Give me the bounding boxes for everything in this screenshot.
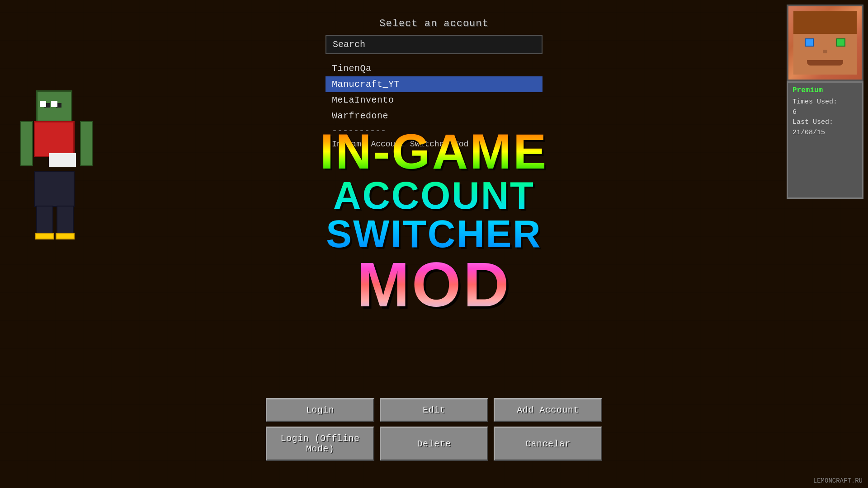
account-item-melainvento[interactable]: MeLaInvento bbox=[326, 92, 542, 108]
info-box: Premium Times Used: 6 Last Used: 21/08/1… bbox=[787, 81, 863, 199]
skin-arm-left bbox=[20, 121, 33, 166]
select-title: Select an account bbox=[379, 18, 488, 29]
logo-line1: IN-GAME bbox=[231, 127, 637, 176]
button-row-2: Login (Offline Mode) Delete Cancelar bbox=[266, 427, 602, 461]
skin-leg-right bbox=[57, 206, 74, 235]
times-used-label: Times Used: 6 Last Used: 21/08/15 bbox=[793, 97, 858, 138]
button-row-1: Login Edit Add Account bbox=[266, 398, 602, 422]
login-offline-button[interactable]: Login (Offline Mode) bbox=[266, 427, 374, 461]
avatar-face bbox=[793, 11, 857, 75]
face-eye-left bbox=[805, 38, 814, 47]
skin-head bbox=[36, 90, 72, 122]
search-input[interactable] bbox=[326, 35, 542, 54]
account-item-warfredone[interactable]: Warfredone bbox=[326, 108, 542, 124]
face-eye-right bbox=[836, 38, 845, 47]
add-account-button[interactable]: Add Account bbox=[494, 398, 602, 422]
skin-shirt bbox=[34, 121, 75, 157]
account-item-manucraft[interactable]: Manucraft_YT bbox=[326, 76, 542, 92]
buttons-area: Login Edit Add Account Login (Offline Mo… bbox=[266, 398, 602, 461]
times-used-value: 6 bbox=[793, 108, 797, 116]
cancel-button[interactable]: Cancelar bbox=[494, 427, 602, 461]
skin-pants bbox=[34, 171, 75, 207]
logo-line3: MOD bbox=[231, 253, 637, 316]
last-used-value: 21/08/15 bbox=[793, 129, 825, 136]
account-item-tinenqa[interactable]: TinenQa bbox=[326, 61, 542, 76]
avatar-box bbox=[787, 5, 863, 81]
face-hair bbox=[793, 11, 857, 34]
face-mouth bbox=[807, 60, 843, 66]
skin-shoe-right bbox=[56, 233, 75, 239]
premium-panel: Premium Times Used: 6 Last Used: 21/08/1… bbox=[787, 5, 863, 199]
edit-button[interactable]: Edit bbox=[380, 398, 488, 422]
skin-leg-left bbox=[36, 206, 53, 235]
login-button[interactable]: Login bbox=[266, 398, 374, 422]
skin-collar bbox=[49, 153, 76, 167]
premium-label: Premium bbox=[793, 86, 858, 94]
skin-arm-right bbox=[80, 121, 93, 166]
skin-shoe-left bbox=[35, 233, 54, 239]
delete-button[interactable]: Delete bbox=[380, 427, 488, 461]
skin-eyes bbox=[44, 103, 50, 108]
face-nose bbox=[823, 50, 827, 53]
logo-line2: ACCOUNT SWITCHER bbox=[231, 176, 637, 253]
player-skin bbox=[27, 90, 86, 235]
logo-area: IN-GAME ACCOUNT SWITCHER MOD bbox=[231, 127, 637, 316]
watermark: LEMONCRAFT.RU bbox=[813, 477, 863, 484]
